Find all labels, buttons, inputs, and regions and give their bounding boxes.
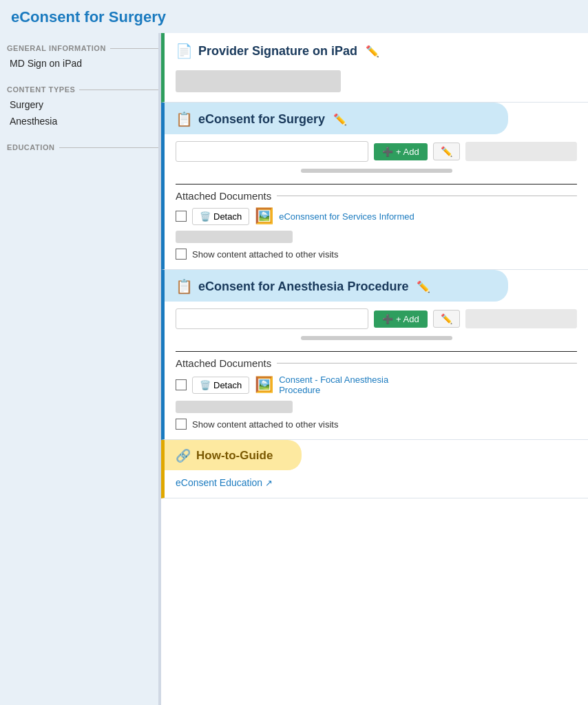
surgery-doc-checkbox[interactable] bbox=[176, 211, 187, 222]
econsent-anesthesia-body: ➕ + Add ✏️ Attached Documents bbox=[165, 302, 588, 439]
howto-education-link[interactable]: eConsent Education ↗ bbox=[176, 477, 577, 488]
howto-external-icon: ↗ bbox=[265, 478, 273, 488]
anesthesia-edit-placeholder bbox=[465, 309, 577, 328]
sidebar-item-anesthesia[interactable]: Anesthesia bbox=[7, 113, 158, 129]
howto-body: eConsent Education ↗ bbox=[165, 470, 588, 498]
econsent-anesthesia-header: 📋 eConsent for Anesthesia Procedure ✏️ bbox=[165, 270, 508, 302]
anesthesia-add-label: + Add bbox=[396, 314, 419, 324]
econsent-surgery-block: 📋 eConsent for Surgery ✏️ ➕ + Add ✏️ bbox=[161, 103, 588, 270]
surgery-edit-button[interactable]: ✏️ bbox=[433, 143, 460, 160]
econsent-anesthesia-header-wrapper: 📋 eConsent for Anesthesia Procedure ✏️ bbox=[165, 270, 588, 302]
surgery-doc-link[interactable]: eConsnsent for Services Informed bbox=[279, 211, 414, 222]
surgery-attached-docs-label: Attached Documents bbox=[176, 190, 577, 202]
anesthesia-scrollbar-row bbox=[176, 333, 577, 346]
surgery-show-other-visits: Show content attached to other visits bbox=[176, 249, 577, 260]
anesthesia-doc-row: 🗑️ Detach 🖼️ Consent - Focal Anesthesia … bbox=[176, 375, 577, 395]
surgery-doc-row: 🗑️ Detach 🖼️ eConsnsent for Services Inf… bbox=[176, 207, 577, 225]
surgery-add-row: ➕ + Add ✏️ bbox=[176, 141, 577, 162]
sidebar: GENERAL INFORMATION MD Sign on iPad CONT… bbox=[0, 33, 158, 705]
howto-header: 🔗 How-to-Guide bbox=[165, 440, 302, 470]
anesthesia-edit-button[interactable]: ✏️ bbox=[433, 310, 460, 328]
sidebar-item-surgery[interactable]: Surgery bbox=[7, 96, 158, 113]
econsent-anesthesia-icon: 📋 bbox=[176, 278, 193, 295]
anesthesia-other-visits-checkbox[interactable] bbox=[176, 419, 187, 430]
econsent-anesthesia-title: eConsent for Anesthesia Procedure bbox=[198, 280, 408, 294]
howto-title: How-to-Guide bbox=[196, 449, 273, 463]
provider-sig-icon: 📄 bbox=[176, 43, 193, 59]
surgery-edit-placeholder bbox=[465, 142, 577, 161]
sidebar-education-label: EDUCATION bbox=[7, 143, 158, 151]
main-layout: GENERAL INFORMATION MD Sign on iPad CONT… bbox=[0, 33, 588, 705]
surgery-other-visits-checkbox[interactable] bbox=[176, 249, 187, 260]
howto-link-icon: 🔗 bbox=[176, 448, 191, 463]
anesthesia-attached-docs-label: Attached Documents bbox=[176, 357, 577, 369]
content-area: 📄 Provider Signature on iPad ✏️ 📋 eConse… bbox=[158, 33, 588, 705]
anesthesia-detach-label: Detach bbox=[213, 380, 242, 390]
anesthesia-edit-pencil-icon: ✏️ bbox=[441, 313, 452, 324]
signature-placeholder bbox=[176, 70, 341, 92]
page-wrapper: eConsent for Surgery GENERAL INFORMATION… bbox=[0, 0, 588, 705]
howto-header-wrapper: 🔗 How-to-Guide bbox=[165, 440, 588, 470]
econsent-anesthesia-block: 📋 eConsent for Anesthesia Procedure ✏️ ➕… bbox=[161, 270, 588, 440]
sidebar-content-types-label: CONTENT TYPES bbox=[7, 85, 158, 94]
econsent-anesthesia-edit-icon[interactable]: ✏️ bbox=[417, 280, 430, 293]
howto-link-text: eConsent Education bbox=[176, 477, 262, 488]
econsent-surgery-body: ➕ + Add ✏️ Attached Documents bbox=[165, 134, 588, 269]
surgery-edit-pencil-icon: ✏️ bbox=[441, 146, 452, 157]
page-title: eConsent for Surgery bbox=[0, 0, 588, 33]
econsent-surgery-header: 📋 eConsent for Surgery ✏️ bbox=[165, 103, 508, 134]
surgery-detach-label: Detach bbox=[213, 211, 242, 222]
surgery-doc-placeholder bbox=[176, 231, 293, 243]
surgery-other-visits-label: Show content attached to other visits bbox=[192, 249, 338, 260]
anesthesia-scrollbar[interactable] bbox=[301, 336, 452, 340]
anesthesia-other-visits-label: Show content attached to other visits bbox=[192, 419, 338, 430]
surgery-scrollbar[interactable] bbox=[301, 169, 452, 173]
anesthesia-doc-link-line1: Consent - Focal Anesthesia bbox=[279, 375, 388, 385]
econsent-surgery-icon: 📋 bbox=[176, 111, 193, 127]
econsent-surgery-title: eConsent for Surgery bbox=[198, 112, 325, 127]
add-plus-icon: ➕ bbox=[382, 147, 393, 157]
anesthesia-doc-link[interactable]: Consent - Focal Anesthesia Procedure bbox=[279, 375, 388, 395]
anesthesia-add-plus-icon: ➕ bbox=[382, 314, 393, 324]
anesthesia-doc-thumbnail-icon: 🖼️ bbox=[255, 376, 273, 394]
anesthesia-doc-checkbox[interactable] bbox=[176, 379, 187, 390]
anesthesia-add-row: ➕ + Add ✏️ bbox=[176, 308, 577, 329]
econsent-surgery-header-wrapper: 📋 eConsent for Surgery ✏️ bbox=[165, 103, 588, 134]
surgery-scrollbar-row bbox=[176, 166, 577, 178]
anesthesia-doc-placeholder bbox=[176, 401, 293, 413]
howto-block: 🔗 How-to-Guide eConsent Education ↗ bbox=[161, 440, 588, 498]
anesthesia-detach-button[interactable]: 🗑️ Detach bbox=[192, 377, 249, 394]
detach-icon: 🗑️ bbox=[200, 211, 211, 222]
provider-signature-block: 📄 Provider Signature on iPad ✏️ bbox=[161, 33, 588, 103]
surgery-divider bbox=[176, 184, 577, 185]
anesthesia-show-other-visits: Show content attached to other visits bbox=[176, 419, 577, 430]
sidebar-item-md-sign[interactable]: MD Sign on iPad bbox=[7, 55, 158, 72]
surgery-detach-button[interactable]: 🗑️ Detach bbox=[192, 208, 249, 225]
econsent-surgery-edit-icon[interactable]: ✏️ bbox=[333, 113, 347, 126]
anesthesia-detach-icon: 🗑️ bbox=[200, 380, 211, 390]
surgery-doc-thumbnail-icon: 🖼️ bbox=[255, 207, 273, 225]
surgery-add-input[interactable] bbox=[176, 141, 368, 162]
provider-signature-header: 📄 Provider Signature on iPad ✏️ bbox=[165, 33, 588, 66]
anesthesia-add-input[interactable] bbox=[176, 308, 368, 329]
surgery-add-label: + Add bbox=[396, 147, 419, 157]
sidebar-general-info-label: GENERAL INFORMATION bbox=[7, 44, 158, 52]
surgery-add-button[interactable]: ➕ + Add bbox=[374, 143, 428, 160]
provider-signature-title: Provider Signature on iPad bbox=[198, 44, 357, 59]
anesthesia-add-button[interactable]: ➕ + Add bbox=[374, 311, 428, 328]
anesthesia-divider bbox=[176, 351, 577, 352]
anesthesia-doc-link-line2: Procedure bbox=[279, 385, 320, 395]
provider-sig-edit-icon[interactable]: ✏️ bbox=[366, 45, 379, 58]
